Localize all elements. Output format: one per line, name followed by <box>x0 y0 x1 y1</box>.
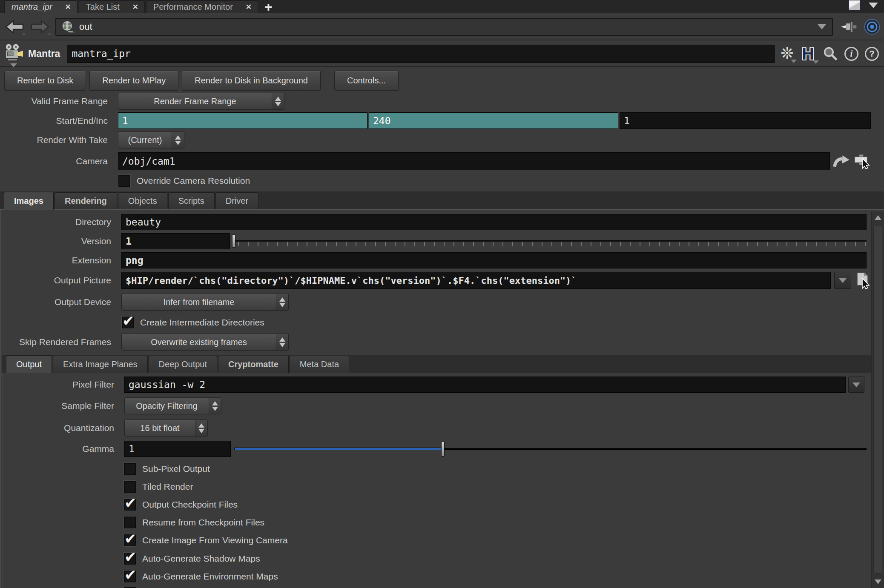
output-picture-field[interactable]: $HIP/render/`chs("directory")`/$HIPNAME.… <box>121 272 831 289</box>
back-arrow-icon <box>4 18 25 36</box>
pin-icon[interactable] <box>840 20 858 34</box>
pixel-filter-menu-button[interactable] <box>848 377 864 393</box>
version-slider[interactable] <box>232 233 867 249</box>
scrollbar-thumb[interactable] <box>873 226 882 574</box>
render-to-disk-background-button[interactable]: Render to Disk in Background <box>182 71 321 91</box>
tab-images[interactable]: Images <box>4 192 54 210</box>
sample-filter-value: Opacity Filtering <box>125 398 209 414</box>
directory-field[interactable]: beauty <box>121 214 867 230</box>
param-skip-rendered-frames: Skip Rendered Frames Overwrite existing … <box>0 334 289 351</box>
render-with-take-value: (Current) <box>118 132 172 148</box>
spinner-icon[interactable] <box>272 93 284 109</box>
pane-tab-performance-monitor[interactable]: Performance Monitor ✕ <box>146 0 258 13</box>
forward-button[interactable] <box>30 18 50 36</box>
override-camera-resolution-checkbox[interactable]: ✔ <box>118 174 131 187</box>
create-intermediate-directories-checkbox[interactable]: ✔ <box>121 316 134 329</box>
tab-objects[interactable]: Objects <box>118 192 167 209</box>
create-image-from-viewing-camera-checkbox[interactable]: ✔ <box>123 534 136 547</box>
auto-generate-shadow-maps-label: Auto-Generate Shadow Maps <box>142 554 260 564</box>
quantization-label: Quantization <box>0 423 114 433</box>
tiled-render-checkbox[interactable]: ✔ <box>123 480 136 493</box>
follow-target-icon[interactable] <box>864 18 881 35</box>
tab-rendering[interactable]: Rendering <box>55 192 117 209</box>
spinner-icon[interactable] <box>172 132 184 148</box>
spinner-icon[interactable] <box>276 334 288 350</box>
render-to-disk-button[interactable]: Render to Disk <box>4 71 86 91</box>
version-field[interactable]: 1 <box>121 233 230 249</box>
resume-from-checkpoint-files-checkbox[interactable]: ✔ <box>123 516 136 529</box>
network-path-field[interactable]: out <box>55 18 833 36</box>
tab-scripts[interactable]: Scripts <box>168 192 215 209</box>
sub-pixel-output-checkbox[interactable]: ✔ <box>123 462 136 475</box>
jump-to-operator-icon[interactable] <box>833 154 850 169</box>
gear-menu-button[interactable]: ❊ <box>781 46 794 61</box>
path-dropdown-chevron-icon[interactable] <box>818 24 826 29</box>
close-icon[interactable]: ✕ <box>132 3 138 11</box>
tab-output[interactable]: Output <box>6 355 52 373</box>
output-checkpoint-files-label: Output Checkpoint Files <box>142 500 238 510</box>
search-button[interactable] <box>822 46 838 62</box>
spinner-icon[interactable] <box>209 398 221 414</box>
node-name-field[interactable]: mantra_ipr <box>67 45 775 63</box>
open-file-chooser-icon[interactable] <box>855 271 871 289</box>
close-icon[interactable]: ✕ <box>65 3 71 11</box>
param-extension: Extension png <box>0 252 867 268</box>
images-sub-tab-strip: Output Extra Image Planes Deep Output Cr… <box>2 355 871 373</box>
version-label: Version <box>0 236 111 246</box>
quantization-dropdown[interactable]: 16 bit float <box>124 420 208 437</box>
pane-controls <box>848 0 884 13</box>
tab-cryptomatte[interactable]: Cryptomatte <box>218 356 289 373</box>
tab-meta-data[interactable]: Meta Data <box>290 356 349 373</box>
param-create-image-from-viewing-camera: ✔ Create Image From Viewing Camera <box>123 534 288 547</box>
render-with-take-dropdown[interactable]: (Current) <box>118 131 184 148</box>
output-picture-menu-button[interactable] <box>834 272 851 289</box>
frame-start-field[interactable]: 1 <box>118 112 367 129</box>
param-create-intermediate-directories: ✔ Create Intermediate Directories <box>121 315 264 330</box>
tab-extra-image-planes[interactable]: Extra Image Planes <box>53 356 148 373</box>
sample-filter-dropdown[interactable]: Opacity Filtering <box>124 397 221 414</box>
pane-tab-label: Performance Monitor <box>153 2 233 12</box>
node-menu-chevron-icon[interactable] <box>10 63 17 67</box>
open-operator-chooser-icon[interactable] <box>853 153 871 170</box>
camera-field[interactable]: /obj/cam1 <box>118 152 830 170</box>
gamma-slider[interactable] <box>234 441 867 457</box>
skip-rendered-frames-dropdown[interactable]: Overwrite existing frames <box>121 334 289 351</box>
houdini-engine-button[interactable]: H <box>800 45 816 62</box>
output-device-dropdown[interactable]: Infer from filename <box>121 294 289 311</box>
back-button[interactable] <box>4 18 25 36</box>
controls-button[interactable]: Controls... <box>334 71 399 91</box>
scroll-up-icon[interactable] <box>875 215 881 220</box>
pane-menu-chevron-icon[interactable] <box>869 3 878 8</box>
pixel-filter-field[interactable]: gaussian -w 2 <box>124 377 846 393</box>
frame-inc-field[interactable]: 1 <box>620 112 871 129</box>
check-icon: ✔ <box>124 531 137 546</box>
valid-frame-range-value: Render Frame Range <box>118 93 272 109</box>
valid-frame-range-dropdown[interactable]: Render Frame Range <box>118 93 284 110</box>
info-button[interactable]: i <box>844 47 858 61</box>
parameters-scrollbar[interactable] <box>871 211 884 588</box>
spinner-icon[interactable] <box>195 420 207 436</box>
close-icon[interactable]: ✕ <box>246 3 252 11</box>
mantra-node-icon-wrap[interactable] <box>3 43 26 64</box>
output-checkpoint-files-checkbox[interactable]: ✔ <box>123 498 136 511</box>
slider-handle[interactable] <box>232 234 235 248</box>
tab-driver[interactable]: Driver <box>215 192 258 209</box>
slider-handle[interactable] <box>441 441 445 457</box>
tab-deep-output[interactable]: Deep Output <box>149 356 217 373</box>
auto-generate-shadow-maps-checkbox[interactable]: ✔ <box>123 552 136 565</box>
camera-label: Camera <box>0 156 108 166</box>
render-to-mplay-button[interactable]: Render to MPlay <box>89 71 178 91</box>
scroll-down-icon[interactable] <box>875 579 881 584</box>
gamma-field[interactable]: 1 <box>124 441 231 457</box>
help-button[interactable]: ? <box>865 47 879 61</box>
new-tab-button[interactable]: + <box>264 2 273 13</box>
pane-tab-mantra-ipr[interactable]: mantra_ipr ✕ <box>4 0 77 13</box>
auto-generate-environment-maps-checkbox[interactable]: ✔ <box>123 570 136 583</box>
pane-tab-bar: mantra_ipr ✕ Take List ✕ Performance Mon… <box>0 0 884 13</box>
pane-layout-icon[interactable] <box>848 0 861 11</box>
frame-end-field[interactable]: 240 <box>369 112 618 129</box>
param-output-picture: Output Picture $HIP/render/`chs("directo… <box>0 272 871 289</box>
extension-field[interactable]: png <box>121 252 867 268</box>
spinner-icon[interactable] <box>276 294 288 310</box>
pane-tab-take-list[interactable]: Take List ✕ <box>79 0 145 13</box>
